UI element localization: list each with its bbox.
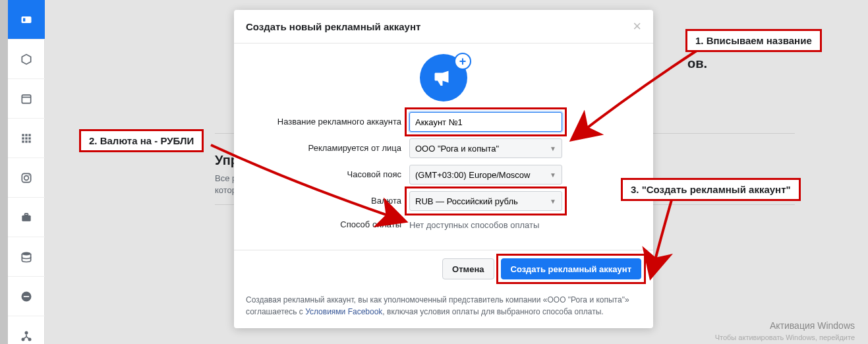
callout-3: 3. "Создать рекламный аккаунт" <box>621 178 801 201</box>
plus-icon: + <box>454 53 471 70</box>
svg-rect-8 <box>25 137 27 139</box>
sidebar-item-ads[interactable] <box>8 0 45 40</box>
instagram-icon <box>20 171 33 185</box>
bg-heading-fragment: ов. <box>687 56 707 71</box>
legal-post: , включая условия оплаты для выбранного … <box>382 307 603 316</box>
svg-rect-4 <box>22 134 24 136</box>
row-currency: Валюта RUB — Российский рубль ▼ <box>246 191 641 211</box>
modal-title: Создать новый рекламный аккаунт <box>246 21 420 32</box>
row-payment: Способ оплаты Нет доступных способов опл… <box>246 217 641 233</box>
svg-point-21 <box>25 331 28 334</box>
row-advertiser: Рекламируется от лица ООО "Рога и копыта… <box>246 138 641 158</box>
cancel-button[interactable]: Отмена <box>442 258 494 279</box>
modal-body: + Название рекламного аккаунта Рекламиру… <box>234 43 653 250</box>
currency-value: RUB — Российский рубль <box>415 196 518 206</box>
sidebar-item-org[interactable] <box>8 316 45 344</box>
stack-icon <box>20 250 33 264</box>
calendar-icon <box>20 92 33 105</box>
sidebar-item-calendar[interactable] <box>8 79 45 119</box>
sidebar-item-minus[interactable] <box>8 277 45 316</box>
label-advertiser: Рекламируется от лица <box>246 143 409 154</box>
row-timezone: Часовой пояс (GMT+03:00) Europe/Moscow ▼ <box>246 165 641 185</box>
chevron-down-icon: ▼ <box>550 145 556 152</box>
cube-icon <box>20 53 33 66</box>
sidebar-item-briefcase[interactable] <box>8 198 45 237</box>
badge-icon <box>20 13 33 26</box>
svg-rect-12 <box>28 140 30 142</box>
label-account-name: Название рекламного аккаунта <box>246 117 409 128</box>
callout-1: 1. Вписываем название <box>685 29 822 52</box>
svg-rect-6 <box>28 134 30 136</box>
create-account-button[interactable]: Создать рекламный аккаунт <box>501 258 642 279</box>
svg-rect-2 <box>22 95 30 103</box>
legal-text: Создавая рекламный аккаунт, вы как уполн… <box>234 287 653 328</box>
svg-rect-9 <box>28 137 30 139</box>
svg-point-15 <box>28 175 30 176</box>
svg-rect-5 <box>25 134 27 136</box>
svg-rect-0 <box>22 16 32 23</box>
row-account-name: Название рекламного аккаунта <box>246 112 641 132</box>
svg-rect-17 <box>25 214 28 215</box>
minus-circle-icon <box>20 290 33 303</box>
label-currency: Валюта <box>246 196 409 207</box>
chevron-down-icon: ▼ <box>550 171 556 179</box>
sidebar-item-instagram[interactable] <box>8 158 45 198</box>
advertiser-value: ООО "Рога и копыта" <box>415 144 499 154</box>
sidebar-item-grid[interactable] <box>8 119 45 158</box>
terms-link[interactable]: Условиями Facebook <box>305 307 382 316</box>
label-payment: Способ оплаты <box>246 219 409 231</box>
timezone-value: (GMT+03:00) Europe/Moscow <box>415 170 530 180</box>
sidebar-item-stack[interactable] <box>8 237 45 277</box>
chevron-down-icon: ▼ <box>550 198 556 205</box>
modal-footer: Отмена Создать рекламный аккаунт <box>234 250 653 287</box>
account-name-input[interactable] <box>409 112 562 132</box>
svg-rect-16 <box>22 215 30 221</box>
create-ad-account-modal: Создать новый рекламный аккаунт × + Назв… <box>234 10 653 328</box>
svg-rect-1 <box>23 18 25 21</box>
advertiser-select[interactable]: ООО "Рога и копыта" ▼ <box>409 138 562 158</box>
callout-2: 2. Валюта на - РУБЛИ <box>79 129 204 152</box>
svg-rect-20 <box>24 296 29 297</box>
modal-header: Создать новый рекламный аккаунт × <box>234 10 653 43</box>
grid-icon <box>20 132 33 145</box>
svg-point-14 <box>24 175 29 180</box>
org-icon <box>20 330 33 343</box>
windows-watermark: Активация Windows <box>770 320 855 331</box>
currency-select[interactable]: RUB — Российский рубль ▼ <box>409 191 562 211</box>
hero-icon-wrap: + <box>246 54 641 101</box>
svg-rect-11 <box>25 140 27 142</box>
briefcase-icon <box>20 211 33 224</box>
sidebar-item-cube[interactable] <box>8 40 45 79</box>
payment-value: Нет доступных способов оплаты <box>409 217 562 233</box>
label-timezone: Часовой пояс <box>246 169 409 181</box>
windows-watermark-sub: Чтобы активировать Windows, перейдите <box>715 333 855 341</box>
megaphone-icon: + <box>420 54 467 101</box>
svg-point-18 <box>22 252 30 255</box>
sidebar <box>8 0 45 344</box>
close-icon[interactable]: × <box>633 19 641 34</box>
svg-rect-7 <box>22 137 24 139</box>
svg-rect-10 <box>22 140 24 142</box>
timezone-select[interactable]: (GMT+03:00) Europe/Moscow ▼ <box>409 165 562 185</box>
